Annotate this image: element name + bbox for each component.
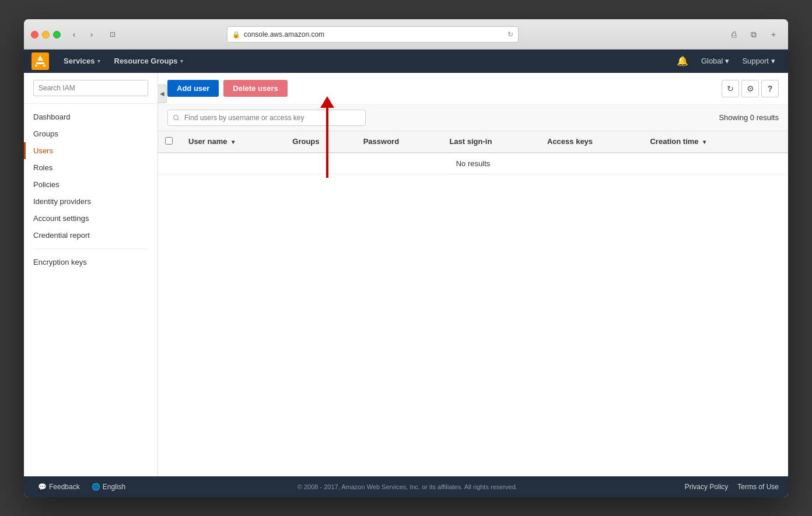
- search-users-input[interactable]: [167, 110, 366, 126]
- settings-icon: ⚙: [747, 84, 754, 93]
- new-tab-button[interactable]: +: [766, 27, 781, 42]
- window-button[interactable]: ⧉: [746, 27, 761, 42]
- support-label: Support: [742, 57, 769, 65]
- top-nav: Services ▾ Resource Groups ▾ 🔔 Global ▾ …: [24, 50, 788, 73]
- feedback-icon: 💬: [38, 483, 47, 491]
- username-sort-icon: ▾: [232, 139, 235, 145]
- notifications-item[interactable]: 🔔: [671, 50, 694, 73]
- delete-users-button[interactable]: Delete users: [223, 80, 287, 97]
- username-header-label: User name: [188, 137, 227, 146]
- header-row: User name ▾ Groups Password Last sign-in…: [158, 131, 788, 153]
- aws-logo-svg: [32, 52, 49, 70]
- results-count: Showing 0 results: [719, 113, 779, 122]
- browser-window: ‹ › ⊡ 🔒 console.aws.amazon.com ↻ ⎙ ⧉ +: [24, 19, 788, 497]
- svg-rect-3: [35, 65, 37, 66]
- traffic-lights: [31, 31, 61, 38]
- sidebar-item-account-settings[interactable]: Account settings: [24, 210, 158, 227]
- no-results-row: No results: [158, 153, 788, 174]
- svg-rect-2: [36, 62, 44, 64]
- browser-chrome: ‹ › ⊡ 🔒 console.aws.amazon.com ↻ ⎙ ⧉ +: [24, 19, 788, 50]
- nav-right: 🔔 Global ▾ Support ▾: [671, 50, 781, 73]
- aws-app: Services ▾ Resource Groups ▾ 🔔 Global ▾ …: [24, 50, 788, 497]
- help-button[interactable]: ?: [761, 80, 779, 97]
- address-bar[interactable]: 🔒 console.aws.amazon.com ↻: [227, 26, 519, 43]
- sidebar-nav: Dashboard Groups Users Roles Policies Id…: [24, 104, 158, 476]
- sidebar-item-identity-providers[interactable]: Identity providers: [24, 193, 158, 210]
- footer-copyright: © 2008 - 2017, Amazon Web Services, Inc.…: [130, 483, 685, 490]
- password-header: Password: [356, 131, 443, 153]
- sidebar-item-users[interactable]: Users: [24, 142, 158, 159]
- services-chevron-icon: ▾: [97, 58, 100, 64]
- nav-buttons: ‹ ›: [66, 27, 99, 42]
- footer-right: Privacy Policy Terms of Use: [685, 483, 779, 491]
- table-body: No results: [158, 153, 788, 174]
- username-header[interactable]: User name ▾: [181, 131, 285, 153]
- footer: 💬 Feedback 🌐 English © 2008 - 2017, Amaz…: [24, 476, 788, 497]
- creation-time-sort-icon: ▾: [703, 139, 706, 145]
- actions-header: [764, 131, 788, 153]
- feedback-link[interactable]: 💬 Feedback: [33, 483, 85, 491]
- resource-groups-nav-item[interactable]: Resource Groups ▾: [107, 50, 190, 73]
- table-area: Showing 0 results User name ▾: [158, 105, 788, 476]
- sidebar-item-roles[interactable]: Roles: [24, 159, 158, 176]
- sidebar-item-encryption-keys[interactable]: Encryption keys: [24, 254, 158, 271]
- bell-icon: 🔔: [677, 55, 688, 66]
- sidebar-toggle-button[interactable]: ◀: [158, 85, 167, 103]
- settings-button[interactable]: ⚙: [741, 80, 759, 97]
- svg-rect-0: [32, 52, 49, 70]
- last-signin-header: Last sign-in: [442, 131, 540, 153]
- global-label: Global: [701, 57, 723, 65]
- search-iam-container: [24, 73, 158, 104]
- add-user-button[interactable]: Add user: [167, 80, 219, 97]
- support-item[interactable]: Support ▾: [736, 50, 781, 73]
- search-bar-row: Showing 0 results: [158, 105, 788, 131]
- groups-header: Groups: [285, 131, 356, 153]
- aws-logo[interactable]: [31, 52, 50, 71]
- copyright-text: © 2008 - 2017, Amazon Web Services, Inc.…: [298, 483, 517, 490]
- support-chevron-icon: ▾: [771, 57, 775, 65]
- language-icon: 🌐: [92, 483, 100, 491]
- content-area: Add user Delete users ↻ ⚙ ?: [158, 73, 788, 476]
- help-icon: ?: [768, 84, 773, 93]
- sidebar-item-groups[interactable]: Groups: [24, 125, 158, 142]
- privacy-policy-link[interactable]: Privacy Policy: [685, 483, 729, 491]
- feedback-label: Feedback: [49, 483, 80, 491]
- terms-of-use-link[interactable]: Terms of Use: [737, 483, 779, 491]
- content-header: Add user Delete users ↻ ⚙ ?: [158, 73, 788, 105]
- minimize-button[interactable]: [42, 31, 50, 38]
- services-nav-item[interactable]: Services ▾: [57, 50, 107, 73]
- svg-rect-4: [43, 65, 46, 66]
- sidebar-item-dashboard[interactable]: Dashboard: [24, 108, 158, 125]
- select-all-checkbox[interactable]: [165, 137, 173, 145]
- share-button[interactable]: ⎙: [726, 27, 741, 42]
- global-item[interactable]: Global ▾: [695, 50, 736, 73]
- main-area: ◀ Dashboard Groups Users Roles Policies …: [24, 73, 788, 476]
- resource-groups-label: Resource Groups: [114, 57, 178, 65]
- refresh-icon: ↻: [727, 84, 734, 93]
- tab-button[interactable]: ⊡: [105, 27, 120, 42]
- back-button[interactable]: ‹: [66, 27, 82, 42]
- reload-icon[interactable]: ↻: [508, 30, 513, 38]
- users-table: User name ▾ Groups Password Last sign-in…: [158, 131, 788, 174]
- url-text: console.aws.amazon.com: [244, 30, 324, 38]
- access-keys-header: Access keys: [540, 131, 643, 153]
- table-header: User name ▾ Groups Password Last sign-in…: [158, 131, 788, 153]
- language-link[interactable]: 🌐 English: [87, 483, 130, 491]
- sidebar-item-credential-report[interactable]: Credential report: [24, 227, 158, 244]
- sidebar: ◀ Dashboard Groups Users Roles Policies …: [24, 73, 158, 476]
- sidebar-item-policies[interactable]: Policies: [24, 176, 158, 193]
- forward-button[interactable]: ›: [84, 27, 99, 42]
- footer-left: 💬 Feedback 🌐 English: [33, 483, 130, 491]
- refresh-button[interactable]: ↻: [722, 80, 739, 97]
- select-all-header: [158, 131, 181, 153]
- creation-time-header-label: Creation time: [650, 137, 698, 146]
- lock-icon: 🔒: [232, 31, 240, 38]
- close-button[interactable]: [31, 31, 38, 38]
- global-chevron-icon: ▾: [725, 57, 729, 65]
- creation-time-header[interactable]: Creation time ▾: [643, 131, 764, 153]
- fullscreen-button[interactable]: [53, 31, 61, 38]
- no-results-text: No results: [158, 153, 788, 174]
- sidebar-divider: [33, 248, 148, 249]
- header-actions: ↻ ⚙ ?: [722, 80, 779, 97]
- search-iam-input[interactable]: [33, 80, 148, 96]
